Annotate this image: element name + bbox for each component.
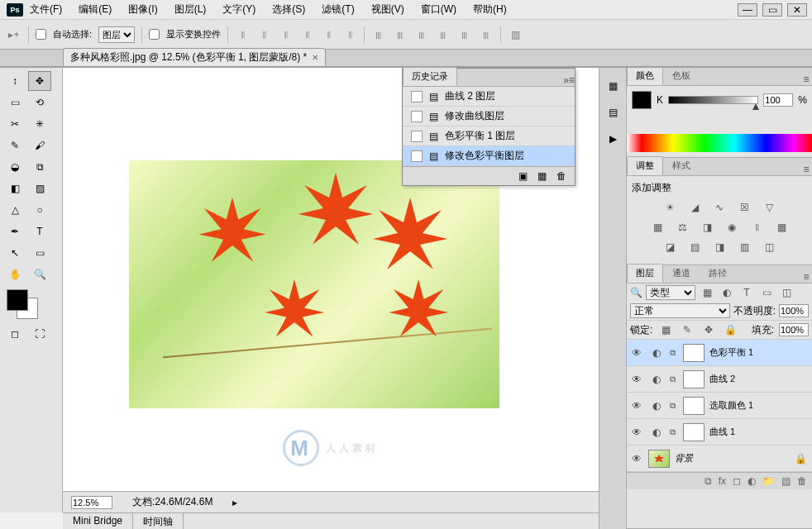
pen-tool[interactable]: ✒ bbox=[3, 222, 26, 241]
levels-icon[interactable]: ◢ bbox=[686, 200, 703, 215]
align-icon-3[interactable]: ⫴ bbox=[278, 26, 293, 43]
gradient-map-icon[interactable]: ▥ bbox=[736, 240, 752, 255]
layer-row[interactable]: 👁 背景 🔒 bbox=[627, 446, 812, 472]
panel-flyout-icon[interactable]: ≡ bbox=[800, 74, 812, 85]
opacity-input[interactable] bbox=[779, 304, 809, 317]
spectrum-ramp[interactable] bbox=[627, 134, 812, 152]
history-item[interactable]: ▤曲线 2 图层 bbox=[403, 87, 575, 107]
new-layer-icon[interactable]: ▤ bbox=[781, 475, 791, 487]
history-item[interactable]: ▤色彩平衡 1 图层 bbox=[403, 126, 575, 146]
align-icon-2[interactable]: ⫴ bbox=[256, 26, 271, 43]
menu-type[interactable]: 文字(Y) bbox=[221, 1, 257, 18]
hand-tool[interactable]: ✋ bbox=[3, 264, 26, 284]
lasso-tool[interactable]: ⟲ bbox=[28, 93, 51, 112]
fg-color-swatch[interactable] bbox=[7, 289, 28, 311]
snapshot-icon[interactable]: ▦ bbox=[537, 170, 547, 182]
filter-kind-select[interactable]: 类型 bbox=[646, 285, 695, 300]
align-icon-4[interactable]: ⫴ bbox=[299, 26, 314, 43]
screen-mode-icon[interactable]: ⛶ bbox=[28, 324, 51, 344]
visibility-icon[interactable]: 👁 bbox=[630, 347, 643, 359]
panel-flyout-icon[interactable]: ≡ bbox=[800, 271, 812, 283]
vibrance-icon[interactable]: ▽ bbox=[761, 200, 777, 215]
distribute-icon-6[interactable]: ⫼ bbox=[479, 26, 494, 43]
lock-all-icon[interactable]: 🔒 bbox=[722, 322, 738, 337]
gradient-tool[interactable]: ▨ bbox=[28, 179, 51, 198]
menu-view[interactable]: 视图(V) bbox=[370, 1, 406, 18]
blur-tool[interactable]: △ bbox=[3, 200, 26, 220]
posterize-icon[interactable]: ▤ bbox=[686, 240, 703, 255]
distribute-icon-4[interactable]: ⫼ bbox=[436, 26, 451, 43]
photo-filter-icon[interactable]: ◉ bbox=[724, 220, 740, 235]
filter-adj-icon[interactable]: ◐ bbox=[719, 285, 735, 300]
fg-bg-colors[interactable] bbox=[3, 289, 53, 322]
distribute-icon[interactable]: ⫼ bbox=[371, 26, 386, 43]
mask-thumb[interactable] bbox=[683, 344, 705, 362]
bw-icon[interactable]: ◨ bbox=[699, 220, 715, 235]
path-tool[interactable]: ↖ bbox=[3, 243, 26, 263]
dock-brushes-icon[interactable]: ▦ bbox=[601, 76, 624, 96]
distribute-icon-3[interactable]: ⫼ bbox=[414, 26, 429, 43]
type-tool[interactable]: T bbox=[28, 222, 51, 241]
clone-tool[interactable]: ⧉ bbox=[28, 157, 51, 177]
mask-thumb[interactable] bbox=[683, 397, 705, 415]
fx-icon[interactable]: fx bbox=[719, 475, 726, 487]
dock-clone-icon[interactable]: ▤ bbox=[601, 102, 624, 122]
k-value-input[interactable] bbox=[763, 93, 793, 107]
invert-icon[interactable]: ◪ bbox=[662, 240, 678, 255]
tab-timeline[interactable]: 时间轴 bbox=[133, 513, 184, 529]
lookup-icon[interactable]: ▦ bbox=[773, 220, 790, 235]
eyedropper-tool[interactable]: ✎ bbox=[3, 136, 26, 155]
history-item[interactable]: ▤修改曲线图层 bbox=[403, 107, 575, 126]
show-transform-checkbox[interactable] bbox=[149, 29, 160, 40]
visibility-icon[interactable]: 👁 bbox=[630, 374, 643, 385]
filter-shape-icon[interactable]: ▭ bbox=[758, 285, 775, 300]
move-tool[interactable]: ✥ bbox=[28, 71, 51, 91]
trash-icon[interactable]: 🗑 bbox=[797, 475, 807, 487]
exposure-icon[interactable]: ☒ bbox=[736, 200, 752, 215]
image-thumb[interactable] bbox=[648, 450, 670, 468]
tab-layers[interactable]: 图层 bbox=[627, 264, 663, 283]
threshold-icon[interactable]: ◨ bbox=[711, 240, 728, 255]
k-slider[interactable] bbox=[668, 96, 758, 104]
layer-row[interactable]: 👁 ◐ ⧉ 选取颜色 1 bbox=[627, 393, 812, 419]
group-icon[interactable]: 📁 bbox=[762, 475, 775, 487]
crop-tool[interactable]: ✂ bbox=[3, 114, 26, 134]
layer-row[interactable]: 👁 ◐ ⧉ 色彩平衡 1 bbox=[627, 340, 812, 366]
menu-layer[interactable]: 图层(L) bbox=[173, 1, 208, 18]
tab-channels[interactable]: 通道 bbox=[663, 264, 700, 283]
visibility-icon[interactable]: 👁 bbox=[630, 427, 643, 438]
layer-row[interactable]: 👁 ◐ ⧉ 曲线 1 bbox=[627, 419, 812, 446]
distribute-icon-2[interactable]: ⫼ bbox=[393, 26, 408, 43]
fill-adj-icon[interactable]: ◐ bbox=[748, 475, 756, 487]
tab-swatches[interactable]: 色板 bbox=[663, 68, 700, 85]
close-button[interactable]: ✕ bbox=[787, 3, 807, 17]
tool-preset-icon[interactable]: ▸+ bbox=[7, 26, 21, 43]
balance-icon[interactable]: ⚖ bbox=[674, 220, 690, 235]
mask-thumb[interactable] bbox=[683, 370, 705, 388]
layer-name[interactable]: 曲线 2 bbox=[709, 373, 812, 385]
menu-filter[interactable]: 滤镜(T) bbox=[320, 1, 356, 18]
tab-styles[interactable]: 样式 bbox=[663, 156, 700, 175]
filter-pixel-icon[interactable]: ▦ bbox=[699, 285, 715, 300]
link-layers-icon[interactable]: ⧉ bbox=[705, 475, 712, 487]
tab-adjust[interactable]: 调整 bbox=[627, 156, 663, 175]
new-doc-icon[interactable]: ▣ bbox=[518, 170, 528, 182]
quick-mask-icon[interactable]: ◻ bbox=[3, 324, 26, 344]
layer-name[interactable]: 选取颜色 1 bbox=[709, 399, 812, 412]
fill-input[interactable] bbox=[779, 323, 809, 336]
panel-flyout-icon[interactable]: »≡ bbox=[563, 74, 575, 86]
close-tab-icon[interactable]: ✕ bbox=[312, 53, 318, 62]
hsl-icon[interactable]: ▦ bbox=[649, 220, 666, 235]
align-icon[interactable]: ⫴ bbox=[235, 26, 250, 43]
search-icon[interactable]: 🔍 bbox=[630, 287, 642, 298]
tab-paths[interactable]: 路径 bbox=[700, 264, 736, 283]
visibility-icon[interactable]: 👁 bbox=[630, 453, 643, 465]
menu-window[interactable]: 窗口(W) bbox=[419, 1, 458, 18]
marquee-tool[interactable]: ▭ bbox=[3, 93, 26, 112]
curves-icon[interactable]: ∿ bbox=[711, 200, 728, 215]
filter-smart-icon[interactable]: ◫ bbox=[778, 285, 795, 300]
status-chevron-icon[interactable]: ▸ bbox=[232, 497, 237, 508]
menu-image[interactable]: 图像(I) bbox=[127, 1, 159, 18]
minimize-button[interactable]: — bbox=[738, 3, 757, 17]
align-icon-5[interactable]: ⫴ bbox=[321, 26, 336, 43]
